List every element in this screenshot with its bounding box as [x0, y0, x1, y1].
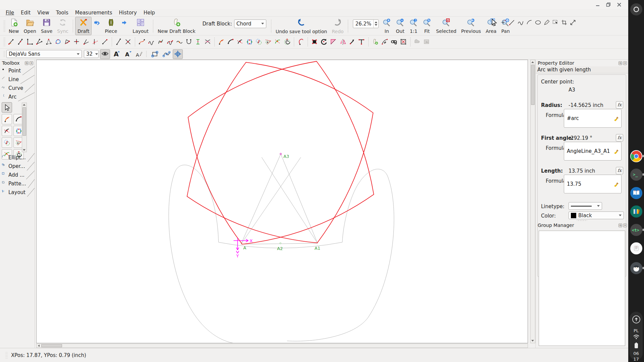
point-intersect-xy-tool[interactable]: [72, 37, 82, 47]
menu-file[interactable]: File: [3, 9, 17, 16]
internal-path-tool[interactable]: [399, 37, 408, 47]
first-angle-fx-button[interactable]: fx: [616, 134, 623, 141]
clock-minutes[interactable]: 17: [633, 356, 639, 362]
point-along-arc-tool[interactable]: [217, 37, 226, 47]
reader-app-icon[interactable]: [630, 187, 642, 199]
tab-curve[interactable]: Curve: [0, 84, 35, 93]
tab-elliptical[interactable]: Ellipt...: [0, 153, 35, 162]
piece-mode-button[interactable]: Piece: [102, 17, 119, 35]
linetype-select[interactable]: [569, 202, 602, 210]
point-intersect-circles-tool[interactable]: [254, 37, 264, 47]
increase-font-button[interactable]: A: [111, 49, 121, 59]
arc-tool[interactable]: [226, 37, 235, 47]
canvas-horizontal-scrollbar[interactable]: [36, 344, 528, 348]
tab-details[interactable]: Add ...: [0, 171, 35, 179]
restore-button[interactable]: [604, 1, 613, 8]
rotation-tool[interactable]: [319, 37, 329, 47]
group-tool[interactable]: [310, 37, 319, 47]
keyboard-layout-indicator[interactable]: PL: [634, 328, 639, 334]
line-quick-tool[interactable]: [508, 19, 515, 27]
arc-intersect-axis-tool[interactable]: [235, 37, 245, 47]
group-manager-list[interactable]: [539, 231, 625, 346]
draft-mode-button[interactable]: Draft: [75, 17, 92, 35]
layout-mode-button[interactable]: Layout: [130, 17, 151, 35]
point-intersect-curves-tool[interactable]: [203, 37, 212, 47]
wifi-icon[interactable]: [633, 335, 640, 341]
tab-point[interactable]: Point: [0, 66, 35, 75]
point-intersect-lines-tool[interactable]: [123, 37, 133, 47]
simple-curve-tool[interactable]: [184, 37, 194, 47]
new-piece-tool[interactable]: [371, 37, 380, 47]
new-draft-block-button[interactable]: New Draft Block: [155, 17, 198, 35]
point-along-arc-tool[interactable]: [2, 114, 12, 124]
move-tool[interactable]: [347, 37, 357, 47]
text-tool-app-icon[interactable]: <t>: [630, 224, 642, 236]
group-manager-close-icon[interactable]: ✕: [623, 224, 627, 227]
polyline-tool[interactable]: [53, 37, 63, 47]
toolbox-float-icon[interactable]: ⧉: [25, 61, 29, 65]
angle-bisector-point-tool[interactable]: [35, 37, 44, 47]
pencil-quick-tool[interactable]: [543, 19, 550, 27]
show-labels-button[interactable]: [100, 49, 110, 59]
point-along-curve-tool[interactable]: [175, 37, 184, 47]
rubber-band-select-tool[interactable]: [552, 19, 559, 27]
curve-quick-tool[interactable]: [517, 19, 524, 27]
property-editor-close-icon[interactable]: ✕: [623, 61, 627, 65]
length-fx-button[interactable]: fx: [616, 167, 623, 174]
brush-icon[interactable]: [614, 149, 619, 156]
first-angle-formula-input[interactable]: AngleLine_A3_A1: [564, 142, 622, 161]
zoom-selected-button[interactable]: Selected: [434, 17, 459, 35]
document-app-icon[interactable]: [630, 242, 642, 254]
arc-quick-tool[interactable]: [526, 19, 533, 27]
curve-intersect-axis-tool[interactable]: [194, 37, 203, 47]
length-formula-input[interactable]: 13.75: [564, 175, 622, 193]
label-color-button[interactable]: A: [134, 49, 144, 59]
menu-help[interactable]: Help: [141, 9, 158, 16]
menu-history[interactable]: History: [116, 9, 140, 16]
flip-by-axis-tool[interactable]: [338, 37, 347, 47]
linux-app-icon[interactable]: [630, 262, 642, 274]
toolbox-scrollbar[interactable]: [22, 103, 27, 152]
tab-layout[interactable]: Layout: [0, 188, 35, 197]
spline-tool[interactable]: [137, 37, 147, 47]
point-intersect-circles-tool[interactable]: [2, 137, 12, 148]
minimize-button[interactable]: [593, 1, 602, 8]
toolbox-close-icon[interactable]: ✕: [30, 61, 33, 65]
save-button[interactable]: Save: [39, 17, 55, 35]
flip-by-line-tool[interactable]: [329, 37, 338, 47]
group-manager-float-icon[interactable]: ⧉: [619, 224, 622, 227]
resize-handles-tool[interactable]: [570, 19, 576, 27]
library-app-icon[interactable]: [630, 205, 642, 218]
tab-arc[interactable]: Arc: [0, 93, 35, 101]
menu-tools[interactable]: Tools: [53, 9, 71, 16]
point-intersect-arcs-tool[interactable]: [245, 37, 254, 47]
ellipse-quick-tool[interactable]: [535, 19, 541, 27]
menu-view[interactable]: View: [34, 9, 52, 16]
point-from-arc-tangent-tool[interactable]: [273, 37, 282, 47]
zoom-percent-spinbox[interactable]: 26.2%: [353, 19, 379, 28]
select-cursor-tool[interactable]: [490, 18, 498, 28]
new-button[interactable]: New: [6, 17, 21, 35]
arc-intersect-axis-tool[interactable]: [2, 126, 12, 136]
radius-fx-button[interactable]: fx: [616, 101, 623, 109]
menu-edit[interactable]: Edit: [18, 9, 34, 16]
tab-line[interactable]: Line: [0, 75, 35, 84]
show-curve-details-button[interactable]: [161, 49, 171, 59]
point-from-circle-tangent-tool[interactable]: [264, 37, 273, 47]
elliptical-arc-tool[interactable]: [296, 37, 306, 47]
chrome-icon[interactable]: [630, 150, 642, 162]
tab-pattern[interactable]: Patte...: [0, 179, 35, 188]
zoom-100-button[interactable]: 11:1: [407, 17, 420, 35]
canvas-vertical-scrollbar[interactable]: [530, 60, 535, 343]
crop-tool[interactable]: [561, 19, 568, 27]
font-size-select[interactable]: 32: [84, 50, 99, 58]
workspace-switcher-icon[interactable]: [630, 3, 642, 15]
battery-icon[interactable]: [634, 343, 638, 350]
zoom-fit-button[interactable]: Fit: [420, 17, 434, 35]
spline-path-points-tool[interactable]: [165, 37, 175, 47]
draft-block-select[interactable]: Chord: [234, 19, 266, 28]
perpendicular-point-tool[interactable]: [25, 37, 35, 47]
show-origin-button[interactable]: [173, 49, 183, 59]
anchor-point-tool[interactable]: [380, 37, 389, 47]
close-icon[interactable]: [615, 1, 624, 8]
